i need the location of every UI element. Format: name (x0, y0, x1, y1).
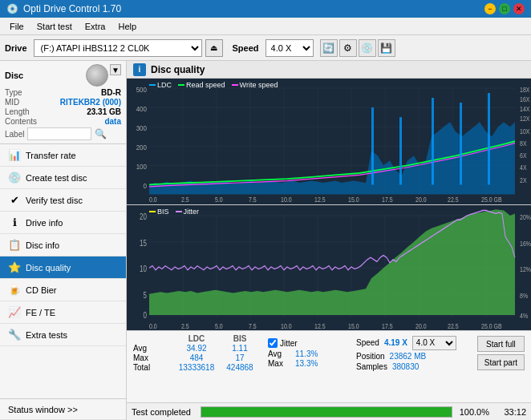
drive-label: Drive (5, 43, 27, 53)
disc-icon[interactable]: 💿 (359, 39, 376, 57)
speed-label: Speed (233, 43, 259, 53)
disc-info-icon: 📋 (8, 239, 21, 252)
disc-options-icon[interactable]: ▼ (110, 64, 121, 75)
sidebar-item-create-test-disc[interactable]: 💿 Create test disc (0, 167, 126, 189)
jitter-avg-value: 11.3% (295, 349, 335, 358)
speed-select[interactable]: 4.0 X (266, 39, 314, 57)
speed-select[interactable]: 4.0 X (412, 336, 456, 350)
svg-rect-18 (371, 107, 374, 184)
sidebar-item-verify-test-disc[interactable]: ✔ Verify test disc (0, 189, 126, 212)
titlebar-controls: − □ ✕ (484, 3, 525, 14)
bis-dot (149, 211, 156, 212)
disc-type-value: BD-R (101, 88, 121, 97)
speed-label: Speed (356, 338, 379, 347)
buttons-section: Start full Start part (477, 336, 525, 370)
disc-type-label: Type (5, 88, 22, 97)
sidebar-item-disc-quality[interactable]: ⭐ Disc quality (0, 256, 126, 279)
chart-bottom-legend: BIS Jitter (149, 208, 199, 216)
read-speed-dot (178, 84, 184, 86)
chart-top: LDC Read speed Write speed (127, 79, 531, 205)
stats-avg-bis: 1.11 (220, 344, 260, 353)
charts-container: LDC Read speed Write speed (127, 79, 531, 330)
drivebar: Drive (F:) ATAPI iHBS112 2 CL0K ⏏ Speed … (0, 35, 531, 61)
jitter-grid: Avg 11.3% Max 13.3% (268, 349, 348, 368)
jitter-checkbox[interactable] (268, 338, 278, 348)
disc-label-icon[interactable]: 🔍 (95, 128, 107, 139)
svg-text:400: 400 (136, 104, 147, 113)
svg-text:17.5: 17.5 (382, 196, 393, 204)
svg-text:200: 200 (136, 143, 147, 151)
svg-text:25.0 GB: 25.0 GB (481, 322, 502, 330)
svg-text:22.5: 22.5 (448, 322, 459, 330)
sidebar-item-extra-tests[interactable]: 🔧 Extra tests (0, 324, 126, 346)
disc-visual (86, 64, 108, 87)
sidebar-item-drive-info[interactable]: ℹ Drive info (0, 212, 126, 234)
eject-button[interactable]: ⏏ (205, 39, 223, 57)
menu-file[interactable]: File (3, 20, 30, 33)
sidebar-item-label: Create test disc (26, 173, 87, 183)
disc-type-row: Type BD-R (5, 88, 121, 97)
sidebar-item-label: FE / TE (26, 308, 55, 317)
start-part-button[interactable]: Start part (477, 354, 525, 370)
svg-text:14X: 14X (520, 105, 529, 113)
bottom-bar: Test completed 100.0% 33:12 (127, 402, 531, 420)
sidebar-item-cd-bier[interactable]: 🍺 CD Bier (0, 279, 126, 301)
jitter-label: Jitter (280, 339, 298, 348)
svg-text:18X: 18X (520, 86, 529, 94)
save-icon[interactable]: 💾 (378, 39, 395, 57)
sidebar-item-label: CD Bier (26, 285, 57, 295)
toolbar-icons: 🔄 ⚙ 💿 💾 (320, 39, 395, 57)
minimize-button[interactable]: − (484, 3, 496, 14)
disc-length-value: 23.31 GB (87, 107, 121, 116)
disc-label-input[interactable] (27, 127, 91, 140)
stats-ldc-header: LDC (176, 334, 217, 343)
start-full-button[interactable]: Start full (477, 336, 525, 352)
fe-te-icon: 📈 (8, 306, 21, 319)
position-value: 23862 MB (390, 352, 427, 361)
svg-text:20.0: 20.0 (415, 196, 427, 204)
settings-icon[interactable]: ⚙ (339, 39, 357, 57)
menu-start-test[interactable]: Start test (30, 20, 79, 33)
maximize-button[interactable]: □ (499, 3, 510, 14)
disc-length-row: Length 23.31 GB (5, 107, 121, 116)
stats-grid: LDC BIS Avg 34.92 1.11 Max 484 17 Total … (133, 334, 260, 372)
sidebar-item-fe-te[interactable]: 📈 FE / TE (0, 301, 126, 324)
menu-help[interactable]: Help (111, 20, 143, 33)
drive-select[interactable]: (F:) ATAPI iHBS112 2 CL0K (34, 39, 202, 57)
status-window-item[interactable]: Status window >> (0, 399, 126, 420)
stats-max-bis: 17 (220, 353, 260, 362)
legend-read-speed: Read speed (178, 81, 225, 89)
sidebar-item-label: Verify test disc (26, 196, 83, 205)
menubar: File Start test Extra Help (0, 18, 531, 35)
svg-rect-21 (460, 103, 462, 184)
svg-text:500: 500 (136, 85, 147, 94)
sidebar-item-transfer-rate[interactable]: 📊 Transfer rate (0, 144, 126, 167)
jitter-section: Jitter Avg 11.3% Max 13.3% (268, 338, 348, 368)
create-test-disc-icon: 💿 (8, 172, 21, 184)
stats-total-ldc: 13333618 (176, 363, 217, 372)
stats-top-row: LDC BIS Avg 34.92 1.11 Max 484 17 Total … (133, 334, 525, 372)
disc-quality-icon: ⭐ (8, 261, 21, 274)
svg-text:16X: 16X (520, 95, 529, 103)
legend-ldc: LDC (149, 81, 172, 89)
svg-text:0.0: 0.0 (149, 322, 157, 330)
stats-max-label: Max (133, 353, 173, 362)
sidebar-item-disc-info[interactable]: 📋 Disc info (0, 234, 126, 256)
close-button[interactable]: ✕ (513, 3, 525, 14)
svg-rect-20 (432, 98, 434, 184)
legend-write-speed: Write speed (232, 81, 278, 89)
stats-avg-label: Avg (133, 344, 173, 353)
menu-extra[interactable]: Extra (79, 20, 112, 33)
stats-max-ldc: 484 (176, 353, 217, 362)
svg-text:20.0: 20.0 (415, 322, 427, 330)
transfer-rate-icon: 📊 (8, 149, 21, 162)
svg-text:6X: 6X (520, 151, 527, 160)
position-label: Position (356, 352, 385, 361)
svg-text:8X: 8X (520, 140, 527, 148)
disc-label-row: Label 🔍 (5, 127, 121, 140)
refresh-icon[interactable]: 🔄 (320, 39, 338, 57)
stats-bar: LDC BIS Avg 34.92 1.11 Max 484 17 Total … (127, 330, 531, 402)
disc-mid-row: MID RITEKBR2 (000) (5, 98, 121, 107)
stats-total-label: Total (133, 363, 173, 372)
sidebar: Disc ▼ Type BD-R MID RITEKBR2 (000) Leng… (0, 61, 127, 420)
